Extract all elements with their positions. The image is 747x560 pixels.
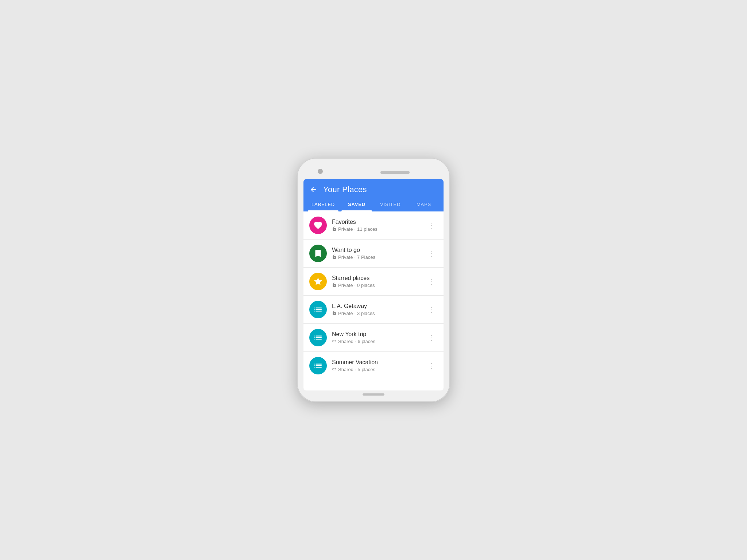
summer-vacation-info: Summer Vacation Shared · 5 places	[332, 359, 425, 373]
phone-hardware-top	[303, 164, 444, 179]
new-york-trip-meta: Shared · 6 places	[332, 339, 425, 345]
new-york-trip-info: New York trip Shared · 6 places	[332, 331, 425, 345]
tab-underline	[308, 210, 338, 211]
la-getaway-info: L.A. Getaway Private · 3 places	[332, 303, 425, 316]
header-top: Your Places	[303, 179, 444, 197]
want-to-go-more-button[interactable]: ⋮	[425, 248, 438, 259]
starred-places-privacy: Private	[338, 283, 353, 288]
la-getaway-meta: Private · 3 places	[332, 311, 425, 316]
lock-icon	[332, 283, 337, 288]
la-getaway-more-button[interactable]: ⋮	[425, 304, 438, 315]
back-button[interactable]	[309, 186, 317, 194]
summer-vacation-meta: Shared · 5 places	[332, 367, 425, 373]
tab-maps-underline	[409, 210, 439, 211]
summer-vacation-more-button[interactable]: ⋮	[425, 360, 438, 372]
favorites-count: 11 places	[357, 226, 378, 232]
la-getaway-privacy: Private	[338, 311, 353, 316]
tab-visited[interactable]: VISITED	[374, 197, 407, 211]
favorites-privacy: Private	[338, 226, 353, 232]
places-list: Favorites Private · 11 places ⋮	[303, 211, 444, 380]
home-indicator	[363, 393, 384, 396]
lock-icon	[332, 311, 337, 316]
tab-labeled[interactable]: LABELED	[306, 197, 340, 211]
tab-visited-underline	[375, 210, 406, 211]
favorites-name: Favorites	[332, 219, 425, 225]
list-item[interactable]: Starred places Private · 0 places ⋮	[303, 268, 444, 296]
lock-icon	[332, 254, 337, 260]
list-item[interactable]: Want to go Private · 7 Places ⋮	[303, 240, 444, 268]
list-item[interactable]: Summer Vacation Shared · 5 places ⋮	[303, 352, 444, 380]
new-york-trip-count: 6 places	[358, 339, 375, 344]
want-to-go-count: 7 Places	[357, 254, 375, 260]
la-getaway-count: 3 places	[357, 311, 375, 316]
new-york-trip-icon	[309, 329, 327, 346]
want-to-go-info: Want to go Private · 7 Places	[332, 247, 425, 260]
summer-vacation-count: 5 places	[358, 367, 375, 372]
favorites-icon	[309, 217, 327, 234]
want-to-go-icon	[309, 245, 327, 262]
starred-places-icon	[309, 273, 327, 290]
favorites-info: Favorites Private · 11 places	[332, 219, 425, 232]
la-getaway-icon	[309, 301, 327, 318]
tab-saved[interactable]: SAVED	[340, 197, 374, 211]
camera-icon	[318, 169, 323, 174]
la-getaway-name: L.A. Getaway	[332, 303, 425, 310]
want-to-go-meta: Private · 7 Places	[332, 254, 425, 260]
new-york-trip-privacy: Shared	[338, 339, 353, 344]
summer-vacation-privacy: Shared	[338, 367, 353, 372]
app-header: Your Places LABELED SAVED VISITED MAPS	[303, 179, 444, 211]
want-to-go-privacy: Private	[338, 254, 353, 260]
tab-saved-underline	[341, 210, 372, 211]
list-item[interactable]: New York trip Shared · 6 places ⋮	[303, 324, 444, 352]
list-item[interactable]: L.A. Getaway Private · 3 places ⋮	[303, 296, 444, 324]
starred-places-more-button[interactable]: ⋮	[425, 276, 438, 287]
summer-vacation-name: Summer Vacation	[332, 359, 425, 366]
starred-places-info: Starred places Private · 0 places	[332, 275, 425, 288]
phone-frame: Your Places LABELED SAVED VISITED MAPS	[297, 158, 450, 402]
link-icon	[332, 367, 337, 373]
favorites-more-button[interactable]: ⋮	[425, 219, 438, 231]
lock-icon	[332, 226, 337, 232]
phone-screen: Your Places LABELED SAVED VISITED MAPS	[303, 179, 444, 390]
speaker	[380, 171, 410, 174]
starred-places-count: 0 places	[357, 283, 375, 288]
list-item[interactable]: Favorites Private · 11 places ⋮	[303, 211, 444, 240]
starred-places-name: Starred places	[332, 275, 425, 281]
tabs-bar: LABELED SAVED VISITED MAPS	[303, 197, 444, 211]
link-icon	[332, 339, 337, 345]
new-york-trip-name: New York trip	[332, 331, 425, 338]
tab-maps[interactable]: MAPS	[407, 197, 441, 211]
new-york-trip-more-button[interactable]: ⋮	[425, 332, 438, 343]
page-title: Your Places	[323, 185, 367, 194]
want-to-go-name: Want to go	[332, 247, 425, 253]
summer-vacation-icon	[309, 357, 327, 374]
starred-places-meta: Private · 0 places	[332, 283, 425, 288]
favorites-meta: Private · 11 places	[332, 226, 425, 232]
